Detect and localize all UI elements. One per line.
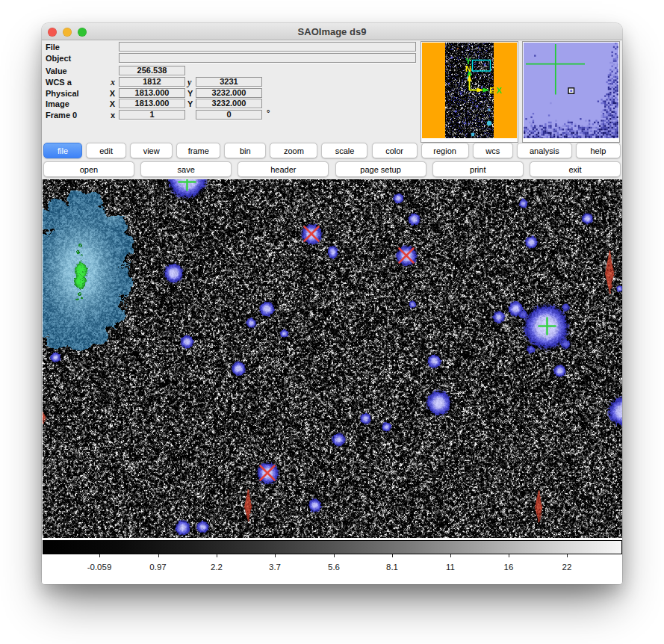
menu-row-1: fileeditviewframebinzoomscalecolorregion… [43, 143, 621, 158]
colorbar-tick-label: 3.7 [252, 563, 297, 572]
magnifier[interactable] [524, 43, 618, 138]
colorbar-tick [392, 554, 393, 557]
menu-button-region[interactable]: region [421, 143, 469, 158]
menu-button-bin[interactable]: bin [224, 143, 266, 158]
info-value-x[interactable]: 1 [119, 110, 185, 120]
info-row-wcs-a: WCS ax1812y3231 [42, 77, 423, 87]
menu-button-save[interactable]: save [140, 161, 232, 177]
colorbar-tick-label: 2.2 [194, 563, 239, 572]
info-field[interactable] [119, 53, 416, 63]
menu-button-help[interactable]: help [576, 143, 621, 158]
info-row-file: File [42, 42, 423, 52]
info-label: Frame 0 [46, 110, 77, 120]
info-value-x[interactable]: 1812 [119, 77, 185, 87]
magnifier-frame [522, 41, 620, 143]
menu-button-frame[interactable]: frame [176, 143, 220, 158]
colorbar-tick-label: 8.1 [370, 563, 415, 572]
info-label: Image [46, 99, 69, 109]
info-value-x[interactable]: 1813.000 [119, 99, 185, 108]
colorbar-tick-label: 0.97 [136, 563, 181, 572]
menu-button-exit[interactable]: exit [530, 161, 621, 177]
colorbar-tick-label: 5.6 [311, 563, 356, 572]
colorbar-tick-label: 16 [486, 563, 531, 572]
info-row-object: Object [42, 53, 423, 64]
menu-button-edit[interactable]: edit [86, 143, 126, 158]
menu-button-analysis[interactable]: analysis [517, 143, 572, 158]
info-value[interactable]: 256.538 [119, 66, 185, 75]
colorbar-tick [217, 554, 217, 557]
window-title: SAOImage ds9 [42, 23, 622, 40]
degree-symbol: ° [267, 108, 270, 117]
info-label: File [46, 42, 60, 52]
info-row-physical: PhysicalX1813.000Y3232.000 [42, 88, 423, 99]
menu-button-scale[interactable]: scale [321, 143, 367, 158]
axis-label: X [102, 99, 115, 109]
axis-label: x [102, 110, 115, 120]
colorbar-tick-label: 11 [428, 563, 473, 572]
colorbar-tick [99, 554, 100, 557]
info-value-y[interactable]: 0 [196, 110, 262, 120]
info-value-y[interactable]: 3231 [196, 77, 262, 87]
info-value-y[interactable]: 3232.000 [196, 88, 262, 98]
colorbar-tick-label: -0.059 [77, 563, 122, 572]
menu-row-2: opensaveheaderpage setupprintexit [43, 161, 621, 177]
colorbar-panel: -0.0590.972.23.75.68.1111622 [42, 538, 622, 584]
info-label: Value [46, 66, 67, 76]
image-display[interactable] [43, 179, 622, 538]
colorbar-tick-label: 22 [544, 563, 589, 572]
menu-button-open[interactable]: open [43, 161, 134, 177]
info-label: WCS a [46, 77, 72, 87]
info-label: Object [46, 53, 71, 64]
desktop: SAOImage ds9 FileObjectValue256.538WCS a… [0, 0, 664, 644]
menu-button-page-setup[interactable]: page setup [335, 161, 426, 177]
sky-canvas[interactable] [43, 179, 622, 538]
menu-button-print[interactable]: print [432, 161, 524, 177]
menu-button-zoom[interactable]: zoom [270, 143, 317, 158]
info-row-frame-0: Frame 0x10° [42, 110, 423, 120]
axis-label: X [102, 88, 115, 99]
menu-button-file[interactable]: file [43, 143, 82, 158]
menu-button-wcs[interactable]: wcs [473, 143, 513, 158]
colorbar-tick [450, 554, 451, 557]
info-row-value: Value256.538 [42, 66, 423, 76]
info-label: Physical [46, 88, 79, 99]
colorbar-tick [275, 554, 276, 557]
colorbar-tick [334, 554, 335, 557]
axis-label: x [102, 77, 115, 87]
ds9-window: SAOImage ds9 FileObjectValue256.538WCS a… [42, 23, 622, 584]
info-field[interactable] [119, 42, 416, 52]
menu-button-color[interactable]: color [372, 143, 418, 158]
colorbar-gradient[interactable] [43, 540, 622, 554]
info-value-y[interactable]: 3232.000 [196, 99, 262, 108]
menu-button-view[interactable]: view [130, 143, 173, 158]
info-row-image: ImageX1813.000Y3232.000 [42, 99, 423, 109]
panner[interactable] [422, 43, 517, 138]
info-value-x[interactable]: 1813.000 [119, 88, 185, 98]
colorbar-tick [567, 554, 568, 557]
titlebar[interactable]: SAOImage ds9 [42, 23, 622, 40]
panner-frame [421, 41, 518, 143]
colorbar-tick [158, 554, 159, 557]
menu-button-header[interactable]: header [238, 161, 329, 177]
colorbar-tick [509, 554, 509, 557]
